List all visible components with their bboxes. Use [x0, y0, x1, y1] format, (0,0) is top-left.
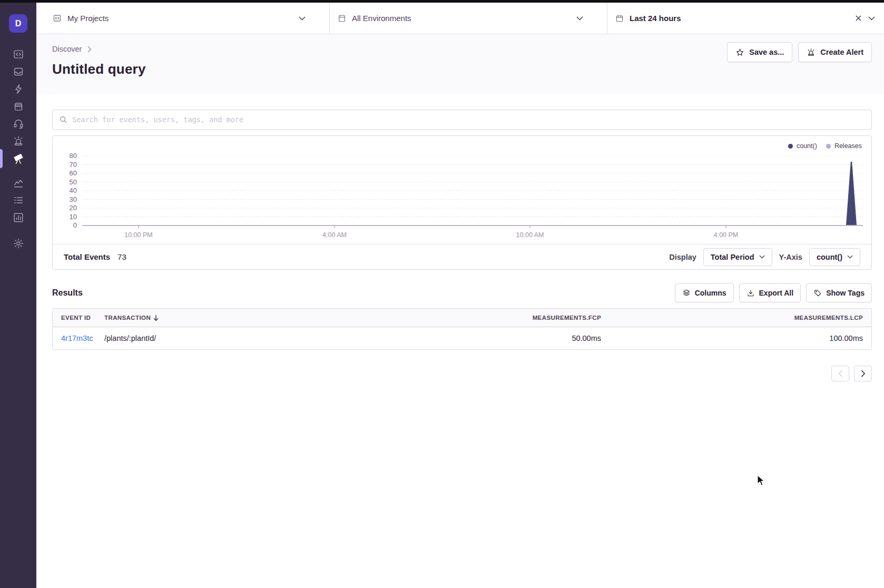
legend-count-label: count(): [797, 142, 817, 150]
date-range-selector[interactable]: Last 24 hours: [607, 3, 884, 34]
events-chart-card: count() Releases: [52, 135, 872, 270]
releases-icon: [13, 101, 24, 112]
column-header-measurements-fcp[interactable]: MEASUREMENTS.FCP: [496, 315, 601, 321]
pagination: [52, 366, 872, 381]
svg-text:10:00 AM: 10:00 AM: [516, 231, 544, 239]
sidebar-item-user-feedback[interactable]: [0, 115, 36, 132]
chevron-left-icon: [838, 370, 843, 377]
environment-selector[interactable]: All Environments: [330, 3, 607, 34]
chevron-right-icon: [87, 46, 92, 53]
svg-text:40: 40: [70, 187, 77, 194]
issues-icon: [13, 66, 24, 77]
sidebar-item-stats[interactable]: [0, 209, 36, 226]
search-bar: [52, 110, 872, 130]
sidebar-item-performance[interactable]: [0, 80, 36, 97]
releases-dot: [826, 144, 831, 149]
environment-selector-label: All Environments: [352, 14, 411, 23]
star-icon: [735, 48, 744, 57]
previous-page-button[interactable]: [831, 366, 849, 381]
lcp-cell: 100.00ms: [601, 334, 863, 342]
bar-chart-icon: [13, 212, 24, 223]
sidebar-item-monitors[interactable]: [0, 191, 36, 209]
svg-text:50: 50: [70, 178, 77, 186]
table-row[interactable]: 4r17m3tc /plants/:plantId/ 50.00ms 100.0…: [53, 327, 871, 349]
environments-icon: [338, 14, 346, 23]
project-selector[interactable]: My Projects: [36, 3, 329, 34]
calendar-icon: [615, 14, 624, 23]
sidebar-item-discover[interactable]: [0, 150, 36, 167]
chevron-down-icon: [847, 255, 853, 259]
svg-text:80: 80: [70, 152, 77, 160]
svg-text:70: 70: [70, 161, 77, 169]
headset-icon: [13, 118, 24, 130]
columns-label: Columns: [695, 289, 726, 297]
sort-desc-icon: [153, 315, 159, 321]
sidebar-item-dashboards[interactable]: [0, 174, 36, 191]
create-alert-label: Create Alert: [820, 48, 863, 56]
column-header-event-id[interactable]: EVENT ID: [61, 315, 104, 321]
svg-text:10:00 PM: 10:00 PM: [124, 231, 153, 239]
download-icon: [747, 289, 755, 297]
breadcrumb-discover[interactable]: Discover: [52, 45, 82, 53]
show-tags-label: Show Tags: [826, 289, 865, 297]
date-range-label: Last 24 hours: [630, 14, 681, 23]
display-value: Total Period: [711, 253, 754, 261]
total-events-value: 73: [117, 252, 126, 261]
projects-icon: [13, 48, 24, 60]
svg-text:0: 0: [73, 221, 77, 229]
svg-text:60: 60: [70, 169, 77, 177]
gear-icon: [13, 238, 24, 249]
lightning-icon: [13, 83, 24, 95]
line-chart-icon: [13, 177, 24, 189]
results-table: EVENT ID TRANSACTION MEASUREMENTS.FCP ME…: [52, 308, 872, 350]
svg-text:4:00 AM: 4:00 AM: [322, 231, 347, 239]
chevron-down-icon: [576, 16, 583, 21]
svg-text:20: 20: [70, 204, 77, 212]
display-label: Display: [669, 253, 696, 261]
y-axis-value: count(): [817, 253, 842, 261]
columns-button[interactable]: Columns: [675, 283, 734, 302]
events-chart: count() Releases: [53, 136, 871, 244]
page-header: Discover Untitled query Save as... Creat…: [36, 34, 884, 94]
export-all-label: Export All: [759, 289, 794, 297]
top-bar: My Projects All Environments Last 24 hou…: [36, 3, 884, 34]
siren-icon: [13, 135, 24, 147]
total-events-label: Total Events: [64, 252, 110, 261]
sidebar-item-settings[interactable]: [0, 234, 36, 252]
save-as-label: Save as...: [749, 48, 784, 56]
chart-footer: Total Events 73 Display Total Period Y-A…: [53, 244, 871, 269]
svg-text:10: 10: [70, 213, 77, 221]
page-title: Untitled query: [52, 61, 872, 77]
chevron-down-icon: [299, 16, 306, 21]
save-as-button[interactable]: Save as...: [727, 42, 792, 62]
sidebar-item-projects[interactable]: [0, 45, 36, 63]
main-content: count() Releases: [36, 94, 884, 588]
project-selector-label: My Projects: [67, 14, 109, 23]
legend-item-releases[interactable]: Releases: [826, 142, 862, 150]
sidebar-item-issues[interactable]: [0, 63, 36, 80]
org-avatar[interactable]: D: [9, 14, 27, 33]
count-dot: [788, 144, 793, 149]
column-header-transaction[interactable]: TRANSACTION: [104, 315, 496, 321]
next-page-button[interactable]: [854, 366, 872, 381]
display-dropdown[interactable]: Total Period: [703, 248, 772, 266]
legend-releases-label: Releases: [834, 142, 862, 150]
sidebar-item-alerts[interactable]: [0, 132, 36, 150]
svg-text:4:00 PM: 4:00 PM: [714, 231, 739, 239]
chevron-down-icon: [759, 255, 765, 259]
create-alert-button[interactable]: Create Alert: [798, 42, 872, 62]
list-icon: [13, 194, 24, 206]
column-header-measurements-lcp[interactable]: MEASUREMENTS.LCP: [601, 315, 863, 321]
event-id-link[interactable]: 4r17m3tc: [61, 334, 93, 342]
table-header-row: EVENT ID TRANSACTION MEASUREMENTS.FCP ME…: [53, 309, 871, 327]
y-axis-dropdown[interactable]: count(): [809, 248, 860, 266]
show-tags-button[interactable]: Show Tags: [806, 283, 872, 302]
sidebar-item-releases[interactable]: [0, 97, 36, 115]
chevron-down-icon[interactable]: [868, 16, 875, 21]
export-all-button[interactable]: Export All: [739, 283, 801, 302]
fcp-cell: 50.00ms: [496, 334, 601, 342]
legend-item-count[interactable]: count(): [788, 142, 817, 150]
window-top-strip: [0, 0, 884, 3]
clear-date-icon[interactable]: [855, 15, 862, 22]
search-input[interactable]: [72, 110, 865, 129]
